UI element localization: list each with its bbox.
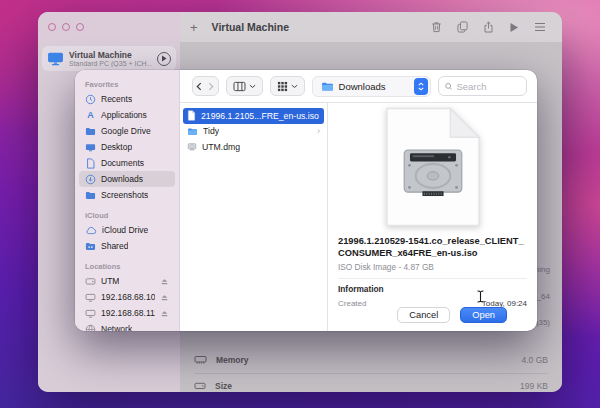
share-icon[interactable] [483, 21, 494, 33]
document-icon [85, 158, 96, 169]
shared-folder-icon [85, 241, 96, 252]
search-input[interactable] [456, 81, 520, 92]
sidebar-item-icloud-drive[interactable]: iCloud Drive [79, 222, 175, 238]
sidebar-item-applications[interactable]: A Applications [79, 107, 175, 123]
play-icon [161, 55, 167, 62]
preview-kind-size: ISO Disk Image - 4.87 GB [338, 262, 527, 272]
document-file-icon [187, 110, 196, 121]
file-list: 21996.1.2105...FRE_en-us.iso Tidy › [180, 103, 328, 331]
zoom-button[interactable] [76, 23, 84, 31]
created-label: Created [338, 299, 366, 308]
chevron-up-icon [418, 82, 424, 86]
network-computer-icon [85, 292, 96, 303]
memory-value: 4.0 GB [522, 355, 548, 365]
disk-image-file-icon [187, 142, 197, 152]
list-toggle-icon[interactable] [534, 22, 546, 32]
open-button[interactable]: Open [460, 307, 507, 323]
finder-sidebar: Favorites Recents A Applications Google … [75, 70, 180, 331]
preview-pane: 21996.1.210529-1541.co_release_CLIENT_CO… [328, 103, 537, 331]
utm-titlebar: + Virtual Machine [38, 12, 562, 42]
search-field[interactable] [438, 76, 527, 96]
back-button[interactable] [193, 77, 205, 95]
close-button[interactable] [48, 23, 56, 31]
sidebar-item-network[interactable]: Network [79, 321, 175, 331]
icon-view-button[interactable] [270, 76, 305, 96]
search-icon [445, 82, 453, 91]
downloads-icon [85, 174, 96, 185]
clone-icon[interactable] [457, 21, 468, 33]
preview-filename: 21996.1.210529-1541.co_release_CLIENT_CO… [338, 235, 527, 259]
favorites-section-title: Favorites [75, 77, 179, 91]
sidebar-item-desktop[interactable]: Desktop [79, 139, 175, 155]
folder-icon [187, 127, 198, 136]
locations-section-title: Locations [75, 259, 179, 273]
open-file-dialog: Favorites Recents A Applications Google … [75, 70, 537, 331]
sidebar-item-downloads[interactable]: Downloads [79, 171, 175, 187]
sidebar-item-192-168-68-100[interactable]: 192.168.68.100 [79, 289, 175, 305]
chevron-left-icon [196, 82, 202, 91]
minimize-button[interactable] [62, 23, 70, 31]
cancel-button[interactable]: Cancel [397, 307, 450, 323]
memory-row: Memory 4.0 GB [194, 348, 548, 372]
hard-drive-icon [403, 149, 463, 197]
clock-icon [85, 94, 96, 105]
eject-icon[interactable] [160, 277, 169, 286]
icloud-section-title: iCloud [75, 208, 179, 222]
file-row-utm-dmg[interactable]: UTM.dmg [183, 139, 324, 155]
memory-icon [194, 355, 207, 365]
drive-icon [194, 381, 206, 391]
location-stepper[interactable] [414, 78, 428, 95]
folder-icon [85, 190, 96, 201]
file-preview-icon [328, 103, 537, 231]
column-view-icon [233, 81, 246, 92]
location-dropdown[interactable]: Downloads [312, 76, 431, 97]
chevron-down-icon [418, 87, 424, 91]
sidebar-item-utm[interactable]: UTM [79, 273, 175, 289]
nav-buttons [192, 76, 219, 96]
sidebar-item-google-drive[interactable]: Google Drive [79, 123, 175, 139]
vm-name: Virtual Machine [69, 50, 152, 60]
chevron-down-icon [249, 84, 256, 89]
network-computer-icon [85, 308, 96, 319]
grid-view-icon [277, 81, 288, 92]
vm-play-button[interactable] [157, 52, 171, 66]
vm-subtitle: Standard PC (Q35 + ICH… [69, 60, 152, 67]
file-row-iso[interactable]: 21996.1.2105...FRE_en-us.iso [183, 108, 324, 124]
trash-icon[interactable] [431, 21, 442, 33]
titlebar-left [38, 12, 180, 42]
monitor-icon [47, 52, 64, 66]
eject-icon[interactable] [160, 309, 169, 318]
size-value: 199 KB [520, 381, 548, 391]
folder-icon [321, 81, 334, 92]
chevron-down-icon [291, 84, 298, 89]
vm-list-item[interactable]: Virtual Machine Standard PC (Q35 + ICH… [42, 46, 176, 71]
memory-label: Memory [216, 355, 249, 365]
desktop-icon [85, 142, 96, 153]
run-icon[interactable] [509, 22, 519, 33]
sidebar-item-shared[interactable]: Shared [79, 238, 175, 254]
sidebar-item-screenshots[interactable]: Screenshots [79, 187, 175, 203]
chevron-right-icon [208, 82, 214, 91]
location-label: Downloads [339, 81, 409, 92]
forward-button[interactable] [205, 77, 217, 95]
size-row: Size 199 KB [194, 374, 548, 392]
external-drive-icon [85, 276, 96, 287]
new-vm-button[interactable]: + [184, 20, 204, 35]
window-title: Virtual Machine [212, 21, 289, 33]
cloud-icon [85, 226, 97, 235]
size-label: Size [215, 381, 232, 391]
chevron-right-icon: › [317, 126, 320, 136]
dialog-toolbar: Downloads [180, 70, 537, 103]
information-heading: Information [328, 279, 537, 294]
sidebar-item-192-168-68-111[interactable]: 192.168.68.111 [79, 305, 175, 321]
text-cursor [476, 290, 485, 303]
column-view-button[interactable] [226, 76, 263, 96]
globe-icon [85, 324, 96, 332]
titlebar-right: + Virtual Machine [180, 12, 562, 42]
sidebar-item-recents[interactable]: Recents [79, 91, 175, 107]
applications-icon: A [85, 110, 96, 120]
file-row-tidy[interactable]: Tidy › [183, 124, 324, 140]
eject-icon[interactable] [160, 293, 169, 302]
sidebar-item-documents[interactable]: Documents [79, 155, 175, 171]
folder-icon [85, 126, 96, 137]
